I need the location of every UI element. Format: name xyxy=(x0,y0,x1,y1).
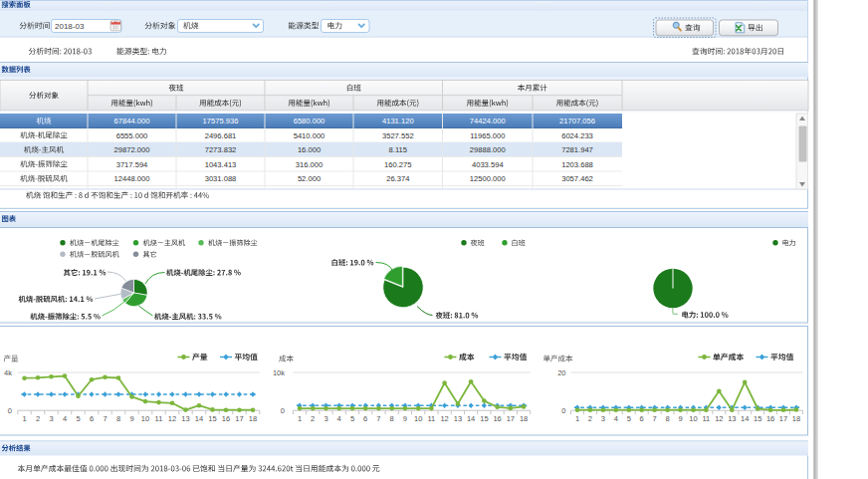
svg-text:6: 6 xyxy=(363,414,367,423)
svg-text:10: 10 xyxy=(689,414,697,423)
svg-text:14: 14 xyxy=(741,414,749,423)
svg-text:15: 15 xyxy=(480,414,488,423)
svg-text:52.000: 52.000 xyxy=(298,174,321,183)
svg-text:5: 5 xyxy=(627,414,631,423)
svg-text:12448.000: 12448.000 xyxy=(114,174,150,183)
svg-text:16: 16 xyxy=(766,414,774,423)
svg-text:12: 12 xyxy=(715,414,723,423)
svg-text:11: 11 xyxy=(703,414,711,423)
svg-text:6: 6 xyxy=(90,414,94,423)
svg-text:1: 1 xyxy=(298,414,302,423)
svg-text:8: 8 xyxy=(390,414,394,423)
svg-text:0: 0 xyxy=(561,406,565,415)
svg-text:21707.056: 21707.056 xyxy=(559,117,595,125)
svg-text:11: 11 xyxy=(428,414,436,423)
svg-text:10: 10 xyxy=(141,414,149,423)
svg-text:8: 8 xyxy=(116,414,120,423)
svg-text:13: 13 xyxy=(181,414,189,423)
svg-text:9: 9 xyxy=(678,414,682,423)
svg-text:4k: 4k xyxy=(4,368,12,377)
svg-text:160.275: 160.275 xyxy=(384,160,411,169)
svg-text:2: 2 xyxy=(36,414,40,423)
svg-text:15: 15 xyxy=(208,414,216,423)
svg-text:2: 2 xyxy=(311,414,315,423)
svg-text:3: 3 xyxy=(49,414,53,423)
svg-text:3031.088: 3031.088 xyxy=(205,174,237,183)
svg-text:1: 1 xyxy=(22,414,26,423)
svg-text:11: 11 xyxy=(155,414,163,423)
svg-text:4: 4 xyxy=(614,414,618,423)
svg-text:3057.462: 3057.462 xyxy=(561,174,593,183)
svg-text:12500.000: 12500.000 xyxy=(470,174,506,183)
svg-text:3: 3 xyxy=(601,414,605,423)
svg-text:18: 18 xyxy=(249,414,257,423)
svg-text:18: 18 xyxy=(792,414,800,423)
svg-text:74424.000: 74424.000 xyxy=(470,117,506,125)
svg-text:7: 7 xyxy=(103,414,107,423)
svg-text:17: 17 xyxy=(235,414,243,423)
svg-text:13: 13 xyxy=(454,414,462,423)
svg-text:1: 1 xyxy=(575,414,579,423)
svg-text:4: 4 xyxy=(63,414,67,423)
svg-text:12: 12 xyxy=(168,414,176,423)
svg-text:4033.594: 4033.594 xyxy=(472,160,504,169)
svg-text:2018-03: 2018-03 xyxy=(55,22,85,31)
svg-text:316.000: 316.000 xyxy=(296,160,323,169)
svg-text:29888.000: 29888.000 xyxy=(470,145,506,154)
svg-text:14: 14 xyxy=(195,414,203,423)
svg-text:67844.000: 67844.000 xyxy=(114,117,150,125)
svg-text:1043.413: 1043.413 xyxy=(205,160,237,169)
svg-text:0: 0 xyxy=(8,406,12,415)
svg-text:6580.000: 6580.000 xyxy=(294,117,326,125)
svg-text:3527.552: 3527.552 xyxy=(382,131,414,140)
svg-text:12: 12 xyxy=(440,414,448,423)
svg-text:8: 8 xyxy=(666,414,670,423)
svg-text:14: 14 xyxy=(467,414,475,423)
svg-text:5: 5 xyxy=(350,414,354,423)
svg-text:1203.688: 1203.688 xyxy=(561,160,593,169)
svg-text:8.115: 8.115 xyxy=(389,145,407,154)
svg-text:10k: 10k xyxy=(273,368,285,377)
svg-text:16: 16 xyxy=(222,414,230,423)
svg-text:5: 5 xyxy=(76,414,80,423)
svg-text:17: 17 xyxy=(779,414,787,423)
svg-text:6024.233: 6024.233 xyxy=(561,131,593,140)
svg-text:3717.594: 3717.594 xyxy=(116,160,148,169)
svg-text:10: 10 xyxy=(414,414,422,423)
svg-text:5410.000: 5410.000 xyxy=(294,131,326,140)
svg-text:17: 17 xyxy=(507,414,515,423)
svg-text:2496.681: 2496.681 xyxy=(205,131,237,140)
svg-text:18: 18 xyxy=(520,414,528,423)
svg-text:16: 16 xyxy=(493,414,501,423)
svg-text:3: 3 xyxy=(324,414,327,423)
svg-text:9: 9 xyxy=(403,414,407,423)
svg-text:4: 4 xyxy=(337,414,341,423)
svg-text:17575.936: 17575.936 xyxy=(203,117,239,125)
svg-text:4131.120: 4131.120 xyxy=(382,117,414,125)
svg-text:11965.000: 11965.000 xyxy=(470,131,505,140)
svg-text:7: 7 xyxy=(653,414,657,423)
svg-text:15: 15 xyxy=(754,414,761,423)
svg-text:13: 13 xyxy=(728,414,736,423)
svg-text:0: 0 xyxy=(281,406,285,415)
svg-text:7281.947: 7281.947 xyxy=(561,145,593,154)
svg-text:9: 9 xyxy=(129,414,133,423)
svg-text:20: 20 xyxy=(557,368,565,377)
svg-text:6555.000: 6555.000 xyxy=(116,131,148,140)
svg-text:7: 7 xyxy=(376,414,380,423)
svg-text:6: 6 xyxy=(640,414,644,423)
svg-text:29872.000: 29872.000 xyxy=(114,145,150,154)
svg-text:2: 2 xyxy=(588,414,592,423)
svg-text:16.000: 16.000 xyxy=(298,145,321,154)
svg-text:7273.832: 7273.832 xyxy=(205,145,237,154)
svg-text:26.374: 26.374 xyxy=(386,174,409,183)
